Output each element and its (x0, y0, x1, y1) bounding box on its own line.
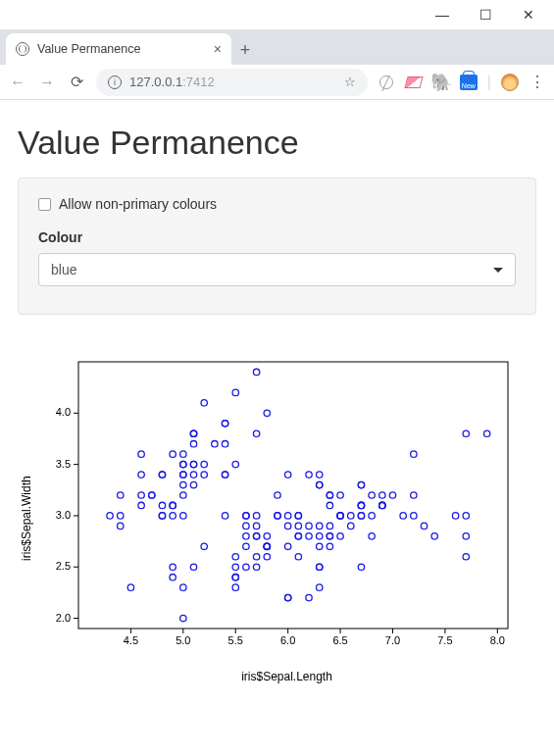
svg-text:6.5: 6.5 (332, 634, 347, 646)
evernote-extension-icon[interactable]: 🐘 (432, 74, 450, 91)
new-tab-button[interactable]: + (231, 40, 259, 65)
url-host: 127.0.0.1 (129, 75, 182, 89)
svg-point-101 (327, 523, 332, 529)
bookmark-star-icon[interactable]: ☆ (344, 75, 356, 89)
site-info-icon[interactable]: i (108, 76, 122, 89)
eraser-extension-icon[interactable] (405, 74, 423, 91)
svg-point-77 (389, 492, 395, 498)
address-bar[interactable]: i 127.0.0.1:7412 ☆ (96, 69, 368, 96)
browser-toolbar: ← → ⟳ i 127.0.0.1:7412 ☆ 🐘 | ⋮ (0, 65, 554, 100)
select-label: Colour (38, 229, 516, 245)
svg-point-72 (159, 513, 165, 519)
chevron-down-icon (493, 268, 503, 273)
svg-text:2.5: 2.5 (56, 560, 71, 572)
back-button[interactable]: ← (8, 74, 27, 91)
svg-text:4.0: 4.0 (56, 406, 71, 418)
svg-point-63 (232, 461, 238, 467)
separator: | (487, 74, 491, 91)
svg-point-95 (306, 594, 312, 600)
y-axis-label: iris$Sepal.Width (18, 354, 33, 683)
svg-point-50 (190, 481, 196, 487)
svg-point-37 (222, 440, 227, 446)
new-extension-icon[interactable] (460, 74, 478, 91)
svg-point-106 (253, 554, 259, 560)
colour-select[interactable]: blue (38, 253, 516, 286)
svg-point-164 (327, 502, 332, 508)
svg-point-103 (369, 533, 375, 539)
svg-point-142 (327, 492, 332, 498)
checkbox-label: Allow non-primary colours (59, 196, 217, 212)
svg-point-130 (317, 523, 323, 529)
svg-point-51 (159, 472, 165, 478)
window-minimize[interactable]: — (421, 1, 464, 28)
svg-point-41 (264, 410, 270, 416)
svg-point-127 (317, 481, 323, 487)
url-text: 127.0.0.1:7412 (129, 75, 336, 89)
svg-point-148 (243, 533, 249, 539)
svg-point-172 (358, 513, 364, 519)
url-port: :7412 (182, 75, 215, 89)
svg-point-120 (180, 584, 186, 590)
svg-point-161 (295, 554, 301, 560)
svg-point-173 (317, 564, 323, 570)
svg-point-62 (180, 492, 186, 498)
svg-point-66 (190, 472, 196, 478)
svg-point-174 (337, 513, 343, 519)
svg-point-44 (190, 461, 196, 467)
svg-point-42 (253, 369, 259, 375)
svg-point-96 (243, 564, 249, 570)
svg-text:7.0: 7.0 (385, 634, 400, 646)
x-axis-label: iris$Sepal.Length (37, 670, 536, 683)
svg-point-147 (379, 492, 385, 498)
select-value: blue (51, 262, 76, 277)
tab-title: Value Permanence (37, 42, 206, 56)
svg-point-84 (170, 574, 176, 580)
svg-point-157 (431, 533, 437, 539)
svg-point-76 (180, 481, 186, 487)
scope-extension-icon[interactable] (378, 74, 395, 91)
window-close[interactable]: ✕ (507, 1, 550, 28)
browser-menu-icon[interactable]: ⋮ (529, 74, 546, 91)
svg-point-162 (463, 513, 469, 519)
svg-point-59 (201, 400, 207, 406)
svg-point-87 (180, 615, 186, 621)
svg-point-60 (232, 389, 238, 395)
profile-avatar-icon[interactable] (501, 74, 519, 91)
svg-point-123 (253, 523, 259, 529)
svg-point-61 (170, 502, 176, 508)
svg-point-73 (190, 430, 196, 436)
svg-point-158 (483, 430, 489, 436)
svg-point-45 (253, 430, 259, 436)
browser-tab[interactable]: Value Permanence × (6, 33, 231, 65)
controls-panel: Allow non-primary colours Colour blue (18, 177, 536, 315)
checkbox-input[interactable] (38, 198, 51, 211)
checkbox-row[interactable]: Allow non-primary colours (38, 196, 516, 212)
svg-point-70 (180, 461, 186, 467)
svg-point-171 (358, 481, 364, 487)
svg-point-116 (232, 564, 238, 570)
svg-point-56 (149, 492, 155, 498)
svg-point-141 (264, 533, 270, 539)
forward-button[interactable]: → (37, 74, 57, 91)
svg-point-100 (295, 533, 301, 539)
svg-text:4.5: 4.5 (124, 634, 138, 646)
svg-point-64 (170, 451, 176, 457)
svg-point-122 (253, 513, 259, 519)
svg-point-43 (222, 421, 227, 427)
svg-point-137 (337, 492, 343, 498)
svg-point-125 (190, 564, 196, 570)
window-maximize[interactable]: ☐ (464, 1, 507, 28)
reload-button[interactable]: ⟳ (67, 73, 86, 91)
svg-point-136 (411, 451, 417, 457)
svg-point-58 (222, 472, 227, 478)
svg-point-146 (284, 594, 290, 600)
svg-point-115 (243, 513, 249, 519)
svg-point-144 (463, 430, 469, 436)
svg-point-175 (306, 472, 312, 478)
svg-point-75 (212, 440, 218, 446)
svg-point-80 (232, 584, 238, 590)
svg-text:5.0: 5.0 (176, 634, 190, 646)
svg-point-169 (264, 543, 270, 549)
tab-close-icon[interactable]: × (214, 41, 222, 57)
svg-point-114 (317, 584, 323, 590)
